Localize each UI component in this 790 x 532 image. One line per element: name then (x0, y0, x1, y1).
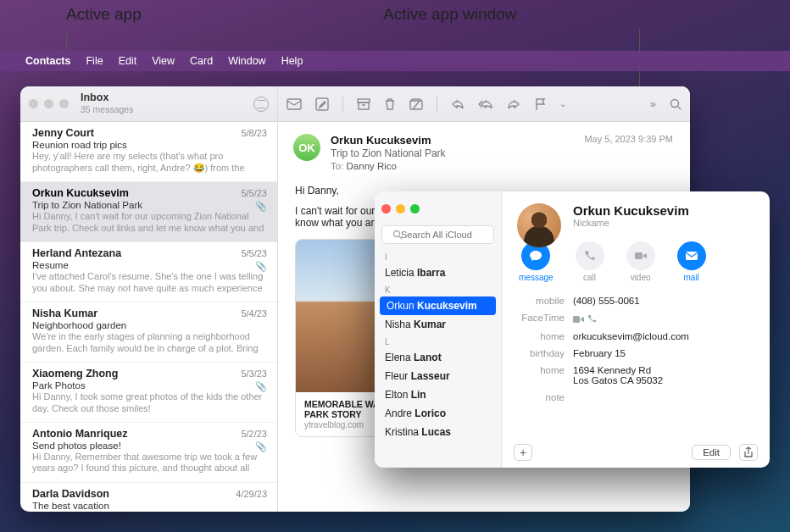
contacts-sidebar: ILeticia IbarraKOrkun KucuksevimNisha Ku… (375, 191, 502, 468)
section-header: L (375, 334, 501, 348)
link-preview-source: ytravelblog.com (304, 420, 364, 429)
contact-fields: mobile(408) 555-0061 FaceTime homeorkucu… (517, 292, 754, 406)
compose-icon[interactable] (315, 97, 329, 111)
forward-icon[interactable] (507, 98, 520, 110)
svg-rect-0 (287, 99, 301, 109)
mail-sidebar: Inbox 35 messages Jenny Court5/8/23 Reun… (20, 86, 278, 512)
video-action[interactable]: video (626, 241, 655, 282)
contacts-titlebar (375, 191, 501, 225)
mailbox-title: Inbox 35 messages (81, 92, 133, 116)
junk-icon[interactable] (409, 98, 423, 110)
more-icon[interactable]: » (650, 97, 656, 110)
facetime-icons[interactable] (573, 313, 597, 324)
message-list: Jenny Court5/8/23 Reunion road trip pics… (20, 122, 277, 512)
menu-app-name[interactable]: Contacts (25, 55, 70, 67)
contact-item[interactable]: Nisha Kumar (375, 315, 501, 334)
field-label: home (517, 365, 573, 385)
flag-icon[interactable] (534, 97, 546, 111)
menu-window[interactable]: Window (228, 55, 265, 67)
message-item[interactable]: Orkun Kucuksevim5/5/23 Trip to Zion Nati… (20, 182, 277, 242)
field-value[interactable]: 1694 Kennedy RdLos Gatos CA 95032 (573, 365, 663, 385)
traffic-lights (29, 99, 69, 108)
field-value: February 15 (573, 348, 626, 358)
field-label: birthday (517, 348, 573, 358)
field-value[interactable]: orkucuksevim@icloud.com (573, 331, 689, 341)
contact-item[interactable]: Elton Lin (375, 385, 501, 404)
callout-active-app: Active app (66, 5, 142, 24)
field-label: note (517, 392, 573, 402)
message-item[interactable]: Herland Antezana5/5/23 ResumeI've attach… (20, 242, 277, 302)
mail-action[interactable]: mail (677, 241, 706, 282)
menu-file[interactable]: File (86, 55, 103, 67)
message-item[interactable]: Antonio Manriquez5/2/23 Send photos plea… (20, 423, 277, 483)
field-label: FaceTime (517, 313, 573, 324)
close-icon[interactable] (29, 99, 38, 108)
minimize-icon[interactable] (44, 99, 53, 108)
filter-icon[interactable] (253, 97, 269, 112)
field-value[interactable]: (408) 555-0061 (573, 296, 640, 306)
message-subject: Trip to Zion National Park (331, 147, 673, 159)
section-header: K (375, 282, 501, 296)
share-icon[interactable] (739, 444, 758, 461)
separator (342, 96, 343, 113)
add-button[interactable]: + (514, 444, 532, 461)
contact-avatar (517, 203, 561, 247)
search-icon[interactable] (670, 98, 682, 110)
to-label: To: (331, 161, 343, 171)
field-label: mobile (517, 296, 573, 306)
section-header: I (375, 249, 501, 263)
menu-view[interactable]: View (152, 55, 175, 67)
callout-active-window: Active app window (383, 5, 516, 24)
archive-icon[interactable] (357, 98, 370, 110)
zoom-icon[interactable] (59, 99, 69, 108)
chevron-down-icon[interactable]: ⌄ (559, 99, 566, 108)
menu-bar: Contacts File Edit View Card Window Help (0, 51, 790, 71)
mail-sidebar-header: Inbox 35 messages (20, 86, 277, 122)
field-label: home (517, 331, 573, 341)
contact-list: ILeticia IbarraKOrkun KucuksevimNisha Ku… (375, 249, 501, 468)
mail-toolbar: ⌄ » (278, 86, 690, 122)
envelope-icon[interactable] (287, 98, 302, 110)
contact-actions: message call video mail (519, 241, 754, 282)
to-value: Danny Rico (347, 161, 397, 171)
contact-item[interactable]: Fleur Lasseur (375, 367, 501, 385)
reply-icon[interactable] (451, 98, 465, 110)
svg-rect-9 (573, 316, 580, 323)
action-label: video (631, 273, 651, 282)
addr-line: Los Gatos CA 95032 (573, 375, 663, 385)
message-action[interactable]: message (519, 241, 554, 282)
menu-edit[interactable]: Edit (119, 55, 137, 67)
call-action[interactable]: call (576, 241, 604, 282)
menu-help[interactable]: Help (281, 55, 303, 67)
close-icon[interactable] (381, 204, 391, 213)
attachment-icon: 📎 (255, 381, 267, 392)
svg-rect-8 (686, 252, 698, 260)
minimize-icon[interactable] (396, 204, 405, 213)
action-label: mail (683, 273, 698, 282)
contact-name: Orkun Kucuksevim (573, 203, 754, 218)
message-item[interactable]: Xiaomeng Zhong5/3/23 Park PhotosHi Danny… (20, 363, 277, 423)
contact-nickname: Nickame (573, 218, 754, 228)
contact-item[interactable]: Elena Lanot (375, 348, 501, 367)
svg-point-5 (671, 99, 679, 107)
svg-point-6 (394, 231, 400, 237)
contact-item[interactable]: Andre Lorico (375, 404, 501, 423)
message-item[interactable]: Nisha Kumar5/4/23 Neighborhood gardenWe'… (20, 302, 277, 363)
edit-button[interactable]: Edit (692, 445, 731, 460)
reply-all-icon[interactable] (478, 98, 493, 110)
action-label: message (519, 273, 554, 282)
message-to: To: Danny Rico (331, 161, 673, 171)
attachment-icon: 📎 (255, 261, 267, 272)
message-item[interactable]: Jenny Court5/8/23 Reunion road trip pics… (20, 122, 277, 182)
contact-item[interactable]: Leticia Ibarra (375, 263, 501, 282)
trash-icon[interactable] (384, 97, 396, 111)
contact-card: Orkun Kucuksevim Nickame message call vi… (502, 191, 770, 468)
zoom-icon[interactable] (410, 204, 420, 213)
contact-item[interactable]: Kristina Lucas (375, 423, 501, 441)
contact-item[interactable]: Orkun Kucuksevim (380, 296, 496, 315)
action-label: call (583, 273, 596, 282)
inbox-label: Inbox (81, 92, 133, 104)
inbox-count: 35 messages (81, 104, 133, 114)
menu-card[interactable]: Card (190, 55, 213, 67)
message-item[interactable]: Darla Davidson4/29/23 The best vacationR… (20, 483, 277, 513)
